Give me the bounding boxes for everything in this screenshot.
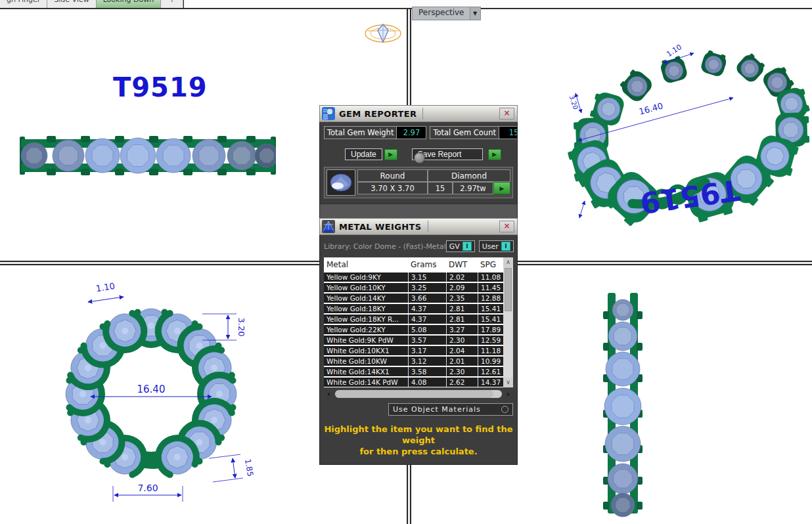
metal-weights-icon [321, 219, 336, 234]
col-dwt: DWT [446, 259, 478, 271]
total-gem-count-field: Total Gem Count 15 [430, 126, 518, 139]
model-label: T9519 [113, 72, 208, 102]
gem-summary-row[interactable]: Round Diamond 3.70 X 3.70 15 2.97tw ▶ [324, 167, 513, 198]
gem-reporter-body: Total Gem Weight 2.97 Total Gem Count 15… [319, 122, 518, 218]
horizontal-scrollbar[interactable]: ‹ › [324, 389, 513, 399]
ring-side-render [20, 133, 276, 179]
table-row[interactable]: Yellow Gold:18KY R...4.372.8115.41 [324, 315, 503, 324]
table-header-row: Metal Grams DWT SPG [324, 259, 503, 271]
tab-label: Side View [47, 0, 95, 4]
save-report-arrow-button[interactable]: ▶ [488, 149, 501, 160]
gem-reporter-icon [321, 106, 336, 121]
titlebar-divider [428, 221, 428, 232]
docked-panels: GEM REPORTER × Total Gem Weight 2.97 Tot… [319, 105, 518, 465]
vertical-scrollbar[interactable]: ∧ ∨ [503, 257, 513, 387]
metal-weights-titlebar[interactable]: METAL WEIGHTS × [319, 218, 518, 235]
instruction-text: Highlight the item you want to find the … [324, 424, 513, 458]
total-gem-weight-value: 2.97 [396, 127, 426, 139]
table-row[interactable]: Yellow Gold:18KY4.372.8115.41 [324, 304, 503, 313]
svg-text:3.20: 3.20 [568, 95, 579, 111]
col-metal: Metal [324, 259, 408, 271]
scrollbar-thumb[interactable] [505, 268, 512, 311]
gem-shape-header: Round [357, 169, 428, 182]
table-row[interactable]: Yellow Gold:22KY5.083.2717.89 [324, 325, 503, 334]
tab-design-finger[interactable]: gn Finger [0, 0, 47, 8]
hscrollbar-thumb[interactable] [335, 390, 493, 398]
total-gem-weight-field: Total Gem Weight 2.97 [324, 126, 426, 139]
col-spg: SPG [478, 259, 503, 271]
gem-size-value: 3.70 X 3.70 [357, 182, 428, 194]
gv-label: GV [449, 242, 460, 251]
table-row[interactable]: Yellow Gold:14KY3.662.3512.88 [324, 294, 503, 303]
scroll-left-icon[interactable]: ‹ [324, 389, 334, 398]
total-gem-count-label: Total Gem Count [430, 127, 499, 139]
hscrollbar-track[interactable] [335, 390, 502, 398]
tab-label: Looking Down [97, 0, 160, 4]
metal-weights-body: Library: Color Dome - (Fast)-Metal GV I … [319, 235, 518, 465]
gem-reporter-window: GEM REPORTER × Total Gem Weight 2.97 Tot… [319, 105, 518, 218]
metal-table-body: Yellow Gold:9KY3.152.0211.08Yellow Gold:… [324, 273, 503, 387]
col-grams: Grams [408, 259, 446, 271]
table-row[interactable]: Yellow Gold:10KY3.252.0911.45 [324, 283, 503, 292]
application-window: gn Finger Side View Looking Down + Persp… [0, 0, 812, 524]
chevron-down-icon: ▼ [470, 7, 480, 20]
svg-text:1.85: 1.85 [243, 458, 255, 477]
update-button[interactable]: Update [345, 148, 382, 160]
svg-text:1.10: 1.10 [95, 281, 116, 294]
table-row[interactable]: White Gold:10KW3.122.0110.99 [324, 357, 503, 366]
ring-vertical-render [588, 285, 660, 521]
gem-row-arrow-button[interactable]: ▶ [493, 182, 510, 194]
gem-thumbnail[interactable] [327, 169, 355, 196]
svg-text:1.10: 1.10 [665, 43, 683, 58]
update-arrow-button[interactable]: ▶ [384, 149, 397, 160]
collapse-handle[interactable] [414, 152, 425, 164]
tab-looking-down[interactable]: Looking Down [97, 0, 161, 8]
table-row[interactable]: White Gold:14KX13.582.3012.61 [324, 367, 503, 376]
total-gem-weight-label: Total Gem Weight [325, 127, 396, 139]
tab-new[interactable]: + [161, 0, 183, 8]
window-title: METAL WEIGHTS [339, 222, 422, 232]
total-gem-count-value: 15 [499, 127, 518, 139]
table-row[interactable]: White Gold:9K PdW3.572.3012.59 [324, 336, 503, 345]
tab-label: gn Finger [0, 0, 47, 4]
info-icon: I [462, 242, 472, 251]
viewport-tab-bar: gn Finger Side View Looking Down + [0, 0, 812, 9]
close-icon[interactable]: × [499, 108, 514, 120]
panel-filler [320, 204, 517, 218]
scroll-right-icon[interactable]: › [503, 389, 513, 398]
library-label: Library: Color Dome - (Fast)-Metal [324, 242, 446, 251]
metal-weights-window: METAL WEIGHTS × Library: Color Dome - (F… [319, 218, 518, 465]
scroll-down-icon[interactable]: ∨ [503, 378, 513, 387]
plus-icon: + [161, 0, 183, 4]
radio-icon [501, 406, 508, 413]
svg-text:16.40: 16.40 [137, 383, 166, 395]
metal-table: Metal Grams DWT SPG Yellow Gold:9KY3.152… [324, 257, 513, 387]
table-row[interactable]: White Gold:14K PdW4.082.6214.37 [324, 378, 503, 387]
svg-text:16.40: 16.40 [638, 101, 664, 117]
tabstrip-divider [183, 0, 184, 8]
use-object-materials-label: Use Object Materials [393, 405, 481, 414]
table-row[interactable]: White Gold:10KX13.172.0411.18 [324, 346, 503, 355]
svg-text:3.20: 3.20 [237, 318, 246, 337]
gem-weight-value: 2.97tw [453, 182, 493, 194]
perspective-dropdown[interactable]: Perspective ▼ [412, 7, 481, 20]
window-title: GEM REPORTER [339, 109, 417, 119]
user-label: User [482, 242, 499, 251]
gem-reporter-titlebar[interactable]: GEM REPORTER × [319, 105, 518, 122]
titlebar-divider [422, 108, 423, 120]
gem-count-value: 15 [428, 182, 453, 194]
gem-type-header: Diamond [428, 169, 510, 182]
close-icon[interactable]: × [499, 221, 514, 232]
gv-button[interactable]: GV I [446, 240, 475, 252]
info-icon: I [501, 242, 510, 251]
table-row[interactable]: Yellow Gold:9KY3.152.0211.08 [324, 273, 503, 282]
scroll-up-icon[interactable]: ∧ [503, 257, 513, 267]
use-object-materials-button[interactable]: Use Object Materials [388, 403, 513, 416]
user-button[interactable]: User I [479, 240, 514, 252]
ring-perspective-render: 1.1016.403.20T9519 [565, 35, 812, 226]
ring-top-render: 1.103.2016.401.857.60 [39, 277, 263, 513]
svg-text:7.60: 7.60 [137, 483, 158, 493]
tab-side-view[interactable]: Side View [47, 0, 96, 8]
perspective-label: Perspective [413, 7, 470, 20]
